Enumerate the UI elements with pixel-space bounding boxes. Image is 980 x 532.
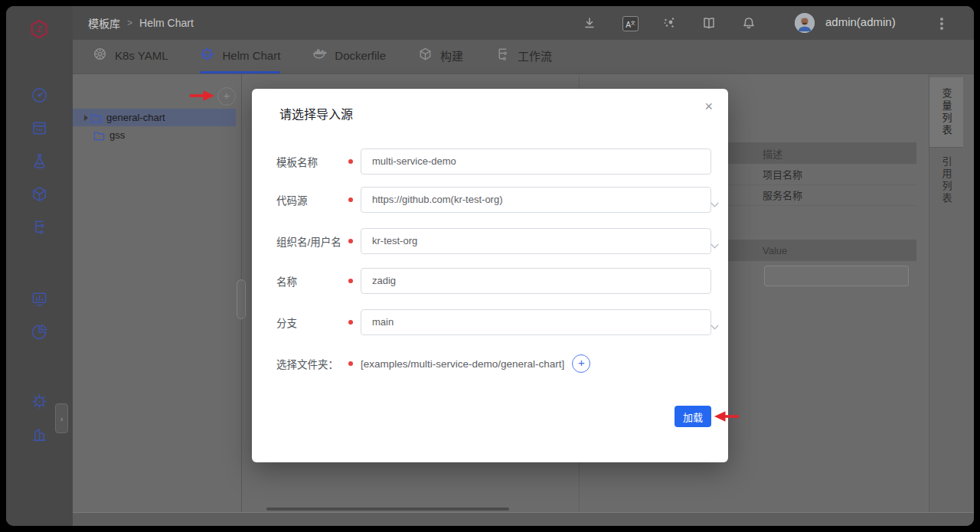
folder-icon [93,131,105,140]
tab-build[interactable]: 构建 [418,40,463,73]
chevron-down-icon [710,238,719,252]
more-icon[interactable] [940,18,943,21]
helm-icon: HELM [200,47,214,64]
apps-icon[interactable] [662,16,676,30]
form-row-name: 名称 zadig [252,268,728,294]
download-icon[interactable] [583,16,596,30]
code-source-select[interactable]: https://github.com(kr-test-org) [361,187,711,213]
language-icon[interactable]: A文 [622,16,639,31]
annotation-arrow-left-icon [714,410,740,423]
tab-k8s-yaml[interactable]: K8s YAML [93,40,168,73]
dashboard-icon[interactable] [31,86,49,104]
template-tree-panel: + general-chart gss [73,74,242,513]
tree-item-general-chart[interactable]: general-chart [73,109,236,126]
status-footer [73,512,974,526]
tab-reference-list[interactable]: 引用列表 [929,154,963,207]
value-input[interactable] [764,266,909,286]
form-row-folder: 选择文件夹： [examples/multi-service-demo/gene… [252,351,728,377]
horizontal-scrollbar[interactable] [266,508,509,511]
right-tab-strip: 变量列表 引用列表 [929,74,974,513]
app-window: Z PM z › [0,0,980,532]
required-dot [348,320,353,325]
svg-text:Z: Z [37,25,41,34]
close-icon[interactable]: × [704,100,713,113]
settings-icon[interactable]: z [31,392,49,410]
folder-icon [90,113,102,122]
annotation-arrow-right-icon [188,90,214,102]
breadcrumb-separator: > [127,18,132,28]
user-name[interactable]: admin(admin) [825,15,896,28]
panel-resize-handle[interactable] [237,279,246,319]
k8s-icon [93,47,107,64]
add-folder-button[interactable]: + [572,354,590,373]
tab-variable-list[interactable]: 变量列表 [929,77,963,148]
insight-icon[interactable] [31,289,49,308]
workflow-icon [495,47,510,64]
form-row-code-source: 代码源 https://github.com(kr-test-org) [252,187,728,213]
breadcrumb: 模板库 > Helm Chart [88,6,194,40]
organization-select[interactable]: kr-test-org [361,228,711,254]
form-row-organization: 组织名/用户名 kr-test-org [252,228,728,254]
branch-select[interactable]: main [361,309,711,335]
zadig-logo-icon[interactable]: Z [29,19,49,39]
required-dot [348,239,353,243]
test-icon[interactable] [31,152,49,170]
user-avatar[interactable] [795,13,815,33]
tab-helm-chart[interactable]: HELM Helm Chart [200,40,280,73]
dialog-title: 请选择导入源 [279,104,353,122]
svg-text:PM: PM [36,128,43,132]
required-dot [348,197,353,202]
docs-icon[interactable] [702,16,716,30]
template-tab-bar: K8s YAML HELM Helm Chart Dockerfile 构建 工… [73,40,974,74]
load-button[interactable]: 加载 [675,406,711,427]
template-name-input[interactable]: multi-service-demo [361,149,711,175]
collapse-chevron-icon: › [60,414,64,423]
svg-text:HELM: HELM [203,53,213,57]
import-source-dialog: 请选择导入源 × 模板名称 multi-service-demo 代码源 htt… [252,89,728,462]
projects-icon[interactable]: PM [31,119,49,137]
tree-item-gss[interactable]: gss [73,126,236,144]
notification-icon[interactable] [742,16,756,30]
report-icon[interactable] [31,425,49,443]
chevron-down-icon [710,197,719,211]
resources-icon[interactable] [31,217,49,236]
docker-icon [312,47,327,64]
breadcrumb-current: Helm Chart [139,17,194,29]
tab-dockerfile[interactable]: Dockerfile [312,40,386,73]
chevron-down-icon [710,319,719,333]
sidebar-collapse-handle[interactable]: › [55,403,68,433]
breadcrumb-template-library[interactable]: 模板库 [88,15,120,31]
sidebar: Z PM z › [6,6,74,526]
required-dot [348,279,353,283]
delivery-icon[interactable] [31,184,49,203]
add-template-button[interactable]: + [217,87,236,106]
tab-workflow[interactable]: 工作流 [495,40,552,73]
data-overview-icon[interactable] [31,322,49,341]
form-row-branch: 分支 main [252,309,728,335]
svg-text:z: z [38,399,41,403]
required-dot [348,159,353,164]
build-icon [418,47,433,64]
repo-name-input[interactable]: zadig [361,268,711,294]
required-dot [348,361,353,366]
selected-folder-path: [examples/multi-service-demo/general-cha… [361,358,564,370]
caret-right-icon[interactable] [84,115,88,121]
form-row-template-name: 模板名称 multi-service-demo [252,149,728,175]
top-bar: 模板库 > Helm Chart A文 admin(admin) [73,6,974,40]
